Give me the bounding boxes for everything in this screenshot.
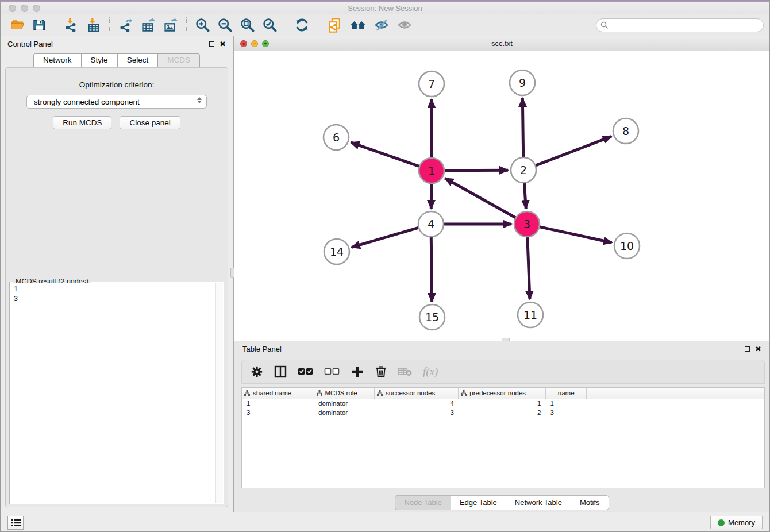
column-header-MCDS-role[interactable]: MCDS role — [314, 388, 374, 399]
graph-edge-4-15[interactable] — [431, 237, 432, 302]
export-network-button[interactable] — [114, 16, 137, 34]
network-window-titlebar[interactable]: x − + scc.txt — [234, 36, 769, 51]
graph-node-15[interactable]: 15 — [419, 304, 445, 330]
float-table-panel-icon[interactable] — [745, 346, 750, 352]
svg-text:11: 11 — [523, 309, 537, 321]
column-header-empty — [587, 388, 764, 399]
toggle-column-view-button[interactable] — [270, 363, 291, 380]
cell-MCDS-role[interactable]: dominator — [314, 408, 374, 417]
import-network-button[interactable] — [60, 16, 82, 34]
task-list-icon — [11, 519, 21, 527]
column-header-name[interactable]: name — [546, 388, 587, 399]
tab-motifs[interactable]: Motifs — [571, 495, 609, 510]
close-panel-icon[interactable]: ✖ — [220, 40, 226, 48]
column-header-predecessor-nodes[interactable]: predecessor nodes — [459, 388, 546, 399]
cell-shared-name[interactable]: 3 — [242, 408, 314, 417]
network-window-title: scc.txt — [234, 39, 769, 48]
table-row[interactable]: 1dominator411 — [242, 399, 764, 408]
select-all-columns-button[interactable] — [294, 365, 318, 379]
table-toolbar: f(x) — [241, 360, 765, 384]
svg-text:6: 6 — [333, 131, 340, 144]
close-panel-button[interactable]: Close panel — [120, 116, 180, 129]
column-header-successor-nodes[interactable]: successor nodes — [374, 388, 458, 399]
search-input[interactable] — [596, 18, 764, 32]
graph-node-3[interactable]: 3 — [514, 211, 540, 237]
optimization-criterion-select[interactable]: strongly connected component — [26, 95, 207, 109]
zoom-selected-button[interactable] — [259, 16, 281, 34]
tab-edge-table[interactable]: Edge Table — [451, 495, 506, 510]
graph-edge-2-3[interactable] — [524, 183, 526, 209]
network-canvas[interactable]: 7968124314101511 — [234, 51, 769, 340]
function-builder-button[interactable]: f(x) — [419, 364, 442, 380]
optimization-criterion-label: Optimization criterion: — [6, 80, 228, 89]
zoom-out-button[interactable] — [214, 16, 236, 34]
cell-name[interactable]: 1 — [546, 399, 587, 408]
save-session-button[interactable] — [29, 17, 50, 33]
result-scrollbar[interactable] — [215, 283, 223, 503]
tab-mcds[interactable]: MCDS — [157, 53, 200, 67]
refresh-button[interactable] — [291, 16, 313, 34]
graph-edge-4-14[interactable] — [352, 228, 418, 247]
table-row[interactable]: 3dominator323 — [242, 408, 764, 417]
tab-node-table[interactable]: Node Table — [395, 495, 451, 510]
graph-edge-1-2[interactable] — [445, 170, 508, 171]
graph-node-8[interactable]: 8 — [613, 118, 638, 144]
graph-node-1[interactable]: 1 — [419, 158, 444, 183]
svg-text:9: 9 — [519, 76, 526, 89]
svg-text:15: 15 — [425, 311, 439, 323]
unselect-all-columns-button[interactable] — [320, 365, 344, 379]
mcds-result-text[interactable]: 1 3 — [10, 283, 215, 503]
first-neighbors-button[interactable] — [346, 16, 370, 34]
memory-label: Memory — [728, 518, 755, 527]
node-table[interactable]: shared nameMCDS rolesuccessor nodesprede… — [241, 387, 765, 488]
tab-style[interactable]: Style — [81, 53, 117, 67]
graph-node-4[interactable]: 4 — [418, 211, 444, 237]
column-header-shared-name[interactable]: shared name — [242, 388, 314, 399]
zoom-in-button[interactable] — [191, 16, 214, 34]
tab-select[interactable]: Select — [117, 53, 158, 67]
graph-node-6[interactable]: 6 — [324, 125, 349, 150]
export-table-button[interactable] — [137, 16, 159, 34]
add-column-button[interactable] — [346, 363, 368, 380]
copy-network-icon — [326, 17, 342, 33]
new-network-from-selection-button[interactable] — [323, 16, 346, 34]
graph-node-14[interactable]: 14 — [324, 239, 349, 264]
show-task-history-button[interactable] — [7, 516, 24, 530]
cell-predecessor-nodes[interactable]: 2 — [459, 408, 546, 417]
graph-edge-2-9[interactable] — [522, 98, 523, 157]
import-table-button[interactable] — [82, 16, 105, 34]
table-settings-button[interactable] — [247, 364, 267, 380]
close-table-panel-icon[interactable]: ✖ — [755, 345, 761, 353]
cell-MCDS-role[interactable]: dominator — [314, 399, 374, 408]
toolbar-separator — [318, 17, 318, 33]
graph-edge-1-6[interactable] — [351, 142, 419, 167]
graph-node-10[interactable]: 10 — [614, 233, 640, 259]
graph-node-2[interactable]: 2 — [511, 157, 536, 183]
graph-edge-3-11[interactable] — [528, 237, 530, 299]
svg-text:3: 3 — [523, 218, 530, 230]
tab-network[interactable]: Network — [33, 53, 81, 67]
cell-successor-nodes[interactable]: 4 — [374, 399, 458, 408]
memory-button[interactable]: Memory — [710, 516, 763, 529]
run-mcds-button[interactable]: Run MCDS — [53, 116, 111, 129]
show-all-button[interactable] — [393, 16, 416, 34]
cell-successor-nodes[interactable]: 3 — [374, 408, 458, 417]
delete-table-button[interactable] — [394, 364, 417, 379]
float-panel-icon[interactable] — [209, 41, 214, 47]
graph-edge-2-8[interactable] — [536, 137, 611, 165]
svg-text:10: 10 — [620, 240, 634, 252]
cell-name[interactable]: 3 — [546, 408, 587, 417]
graph-node-11[interactable]: 11 — [518, 302, 543, 327]
export-image-button[interactable] — [159, 16, 182, 34]
cell-shared-name[interactable]: 1 — [242, 399, 314, 408]
zoom-fit-button[interactable] — [236, 16, 259, 34]
graph-edge-3-10[interactable] — [540, 227, 611, 242]
open-session-button[interactable] — [6, 17, 29, 34]
graph-node-7[interactable]: 7 — [419, 71, 444, 97]
hide-selected-button[interactable] — [370, 16, 393, 34]
graph-node-9[interactable]: 9 — [510, 70, 535, 95]
tab-network-table[interactable]: Network Table — [506, 495, 571, 510]
delete-column-button[interactable] — [371, 363, 391, 380]
graph-edge-3-1[interactable] — [445, 178, 515, 218]
cell-predecessor-nodes[interactable]: 1 — [459, 399, 546, 408]
